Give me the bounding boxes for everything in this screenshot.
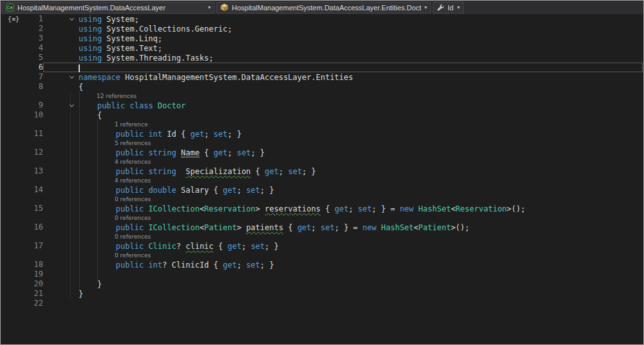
fold-gutter[interactable] xyxy=(44,101,79,110)
code-token xyxy=(176,148,181,157)
codelens-text[interactable]: 4 references xyxy=(79,177,642,184)
code-line[interactable]: 8{ xyxy=(1,82,643,92)
chevron-down-icon: ▾ xyxy=(424,5,427,10)
fold-gutter xyxy=(44,242,79,250)
chevron-down-icon[interactable] xyxy=(70,74,74,79)
code-line[interactable]: 7namespace HospitalManagementSystem.Data… xyxy=(1,72,643,82)
code-text[interactable]: using System.Threading.Tasks; xyxy=(79,54,642,62)
codelens-text[interactable]: 5 references xyxy=(79,139,642,147)
code-text[interactable]: public double Salary { get; set; } xyxy=(79,186,642,194)
code-text[interactable] xyxy=(79,299,642,308)
code-text[interactable]: } xyxy=(79,290,642,298)
code-line[interactable]: 9 public class Doctor xyxy=(1,101,643,110)
code-text[interactable] xyxy=(79,270,642,279)
code-line[interactable]: 3using System.Linq; xyxy=(1,34,643,43)
navigation-bar: C# HospitalManagementSystem.DataAccessLa… xyxy=(1,1,643,14)
fold-gutter[interactable] xyxy=(44,15,79,23)
indent-guide-namespace xyxy=(79,92,80,289)
code-token: get xyxy=(265,167,279,176)
line-body: 0 references xyxy=(43,213,643,222)
fold-gutter xyxy=(44,54,79,62)
glyph-margin xyxy=(1,24,25,34)
code-text[interactable]: } xyxy=(79,280,642,288)
code-text[interactable]: public class Doctor xyxy=(79,101,642,110)
codelens-row[interactable]: 12 references xyxy=(1,92,643,101)
code-line[interactable]: {≡}1using System; xyxy=(1,14,643,24)
line-number: 20 xyxy=(25,279,43,289)
code-line[interactable]: 2using System.Collections.Generic; xyxy=(1,24,643,34)
code-token: System.Collections.Generic; xyxy=(102,25,232,34)
code-token: { xyxy=(283,223,298,232)
code-token: public xyxy=(116,167,144,176)
code-line[interactable]: 20 } xyxy=(1,279,643,289)
code-text[interactable]: public ICollection<Patient> patients { g… xyxy=(79,223,642,232)
code-text[interactable]: public int Id { get; set; } xyxy=(79,130,642,138)
glyph-margin xyxy=(1,92,25,101)
glyph-margin xyxy=(1,129,25,139)
code-token xyxy=(153,101,158,110)
code-token: Name xyxy=(181,148,200,157)
code-text[interactable]: using System.Collections.Generic; xyxy=(79,25,642,33)
codelens-text[interactable]: 0 references xyxy=(79,251,642,259)
code-token: get xyxy=(223,261,237,270)
code-token: ; } xyxy=(265,242,279,251)
code-line[interactable]: 21} xyxy=(1,289,643,299)
line-number xyxy=(25,232,43,241)
code-text[interactable]: using System.Linq; xyxy=(79,34,642,43)
code-token: ; } = xyxy=(334,223,362,232)
code-line[interactable]: 6 xyxy=(1,63,643,72)
code-text[interactable]: { xyxy=(79,83,642,91)
code-token: set xyxy=(288,167,302,176)
member-dropdown[interactable]: Id ▾ xyxy=(433,2,464,14)
code-token xyxy=(176,167,185,176)
code-token: HashSet xyxy=(419,204,451,213)
code-text[interactable]: public string Specialization { get; set;… xyxy=(79,167,642,175)
line-number: 18 xyxy=(25,260,43,270)
code-token: namespace xyxy=(79,73,120,82)
code-token: ? xyxy=(176,242,185,251)
line-number xyxy=(25,120,43,129)
code-token: set xyxy=(214,130,228,139)
code-token: public xyxy=(116,130,144,139)
line-body: using System.Text; xyxy=(43,43,643,53)
glyph-margin xyxy=(1,34,25,43)
project-dropdown[interactable]: C# HospitalManagementSystem.DataAccessLa… xyxy=(2,2,214,14)
line-number: 8 xyxy=(25,82,43,92)
code-token: Specialization xyxy=(185,167,251,176)
member-dropdown-label: Id xyxy=(448,4,454,12)
chevron-down-icon[interactable] xyxy=(70,16,74,21)
fold-gutter xyxy=(44,130,79,138)
line-number: 7 xyxy=(25,72,43,82)
code-text[interactable]: public string Name { get; set; } xyxy=(79,148,642,157)
codelens-text[interactable]: 12 references xyxy=(79,92,642,100)
code-text[interactable]: using System; xyxy=(79,15,642,23)
code-token: clinic xyxy=(185,242,213,251)
code-text[interactable]: { xyxy=(79,111,642,119)
code-text[interactable]: namespace HospitalManagementSystem.DataA… xyxy=(79,73,642,81)
code-line[interactable]: 4using System.Text; xyxy=(1,43,643,53)
line-body: public Clinic? clinic { get; set; } xyxy=(43,241,643,251)
code-token: > xyxy=(256,204,265,213)
code-token: } xyxy=(79,280,102,289)
codelens-text[interactable]: 4 references xyxy=(79,158,642,166)
code-text[interactable]: public Clinic? clinic { get; set; } xyxy=(79,242,642,250)
code-text[interactable] xyxy=(79,63,642,72)
code-token: Patient xyxy=(204,223,237,232)
line-number: 13 xyxy=(25,166,43,176)
codelens-text[interactable]: 1 reference xyxy=(79,121,642,128)
fold-gutter[interactable] xyxy=(44,73,79,81)
glyph-margin: {≡} xyxy=(1,14,25,24)
code-text[interactable]: using System.Text; xyxy=(79,44,642,52)
codelens-text[interactable]: 0 references xyxy=(79,195,642,203)
code-text[interactable]: public int? ClinicId { get; set; } xyxy=(79,261,642,269)
code-line[interactable]: 10 { xyxy=(1,110,643,120)
code-token: System.Threading.Tasks; xyxy=(102,54,213,63)
codelens-text[interactable]: 0 references xyxy=(79,214,642,222)
codelens-text[interactable]: 0 references xyxy=(79,233,642,241)
type-dropdown[interactable]: HospitalManagementSystem.DataAccessLayer… xyxy=(216,2,431,14)
glyph-margin xyxy=(1,279,25,289)
code-line[interactable]: 22 xyxy=(1,299,643,308)
code-line[interactable]: 5using System.Threading.Tasks; xyxy=(1,53,643,63)
code-text[interactable]: public ICollection<Reservation> reservat… xyxy=(79,204,642,213)
code-editor[interactable]: {≡}1using System;2using System.Collectio… xyxy=(1,14,643,344)
